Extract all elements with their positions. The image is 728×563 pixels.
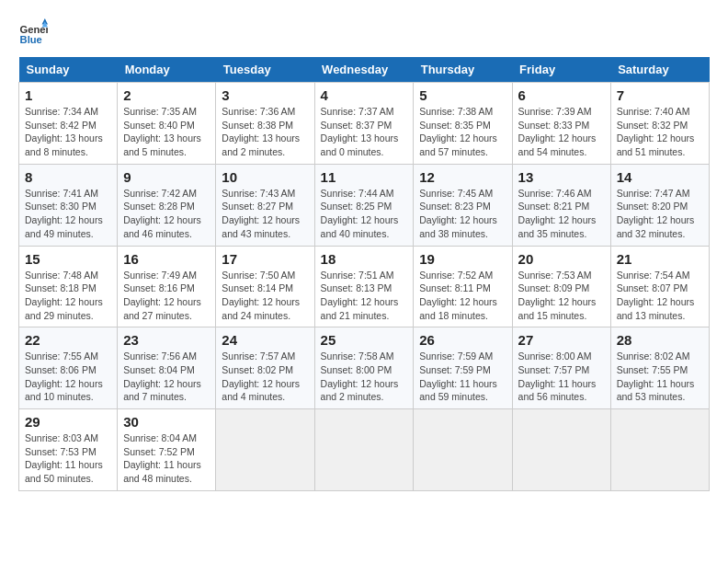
day-info: Sunrise: 7:42 AMSunset: 8:28 PMDaylight:… <box>123 187 210 241</box>
header-cell-sunday: Sunday <box>19 57 118 83</box>
header: General Blue <box>18 18 710 48</box>
day-cell: 25Sunrise: 7:58 AMSunset: 8:00 PMDayligh… <box>314 327 414 409</box>
day-info: Sunrise: 8:04 AMSunset: 7:52 PMDaylight:… <box>123 431 210 486</box>
day-cell <box>512 409 610 491</box>
day-number: 28 <box>617 332 703 348</box>
day-number: 27 <box>518 332 605 348</box>
day-cell: 30Sunrise: 8:04 AMSunset: 7:52 PMDayligh… <box>118 409 216 491</box>
day-cell: 27Sunrise: 8:00 AMSunset: 7:57 PMDayligh… <box>512 327 610 409</box>
day-cell: 17Sunrise: 7:50 AMSunset: 8:14 PMDayligh… <box>216 246 314 327</box>
day-number: 15 <box>25 251 111 267</box>
day-info: Sunrise: 7:52 AMSunset: 8:11 PMDaylight:… <box>419 269 506 323</box>
day-cell: 20Sunrise: 7:53 AMSunset: 8:09 PMDayligh… <box>512 246 610 327</box>
day-info: Sunrise: 7:59 AMSunset: 7:59 PMDaylight:… <box>419 350 506 404</box>
day-info: Sunrise: 7:45 AMSunset: 8:23 PMDaylight:… <box>419 187 506 241</box>
day-number: 14 <box>617 169 703 185</box>
day-info: Sunrise: 7:40 AMSunset: 8:32 PMDaylight:… <box>617 105 703 159</box>
header-cell-tuesday: Tuesday <box>216 57 314 83</box>
day-info: Sunrise: 8:00 AMSunset: 7:57 PMDaylight:… <box>518 350 605 404</box>
day-info: Sunrise: 7:36 AMSunset: 8:38 PMDaylight:… <box>222 105 308 159</box>
day-info: Sunrise: 7:34 AMSunset: 8:42 PMDaylight:… <box>25 105 111 159</box>
day-cell: 23Sunrise: 7:56 AMSunset: 8:04 PMDayligh… <box>118 327 216 409</box>
week-row-1: 1Sunrise: 7:34 AMSunset: 8:42 PMDaylight… <box>19 83 710 165</box>
week-row-5: 29Sunrise: 8:03 AMSunset: 7:53 PMDayligh… <box>19 409 710 491</box>
header-cell-thursday: Thursday <box>414 57 512 83</box>
day-info: Sunrise: 7:39 AMSunset: 8:33 PMDaylight:… <box>518 105 605 159</box>
day-cell: 6Sunrise: 7:39 AMSunset: 8:33 PMDaylight… <box>512 83 610 165</box>
day-cell <box>216 409 314 491</box>
day-number: 5 <box>419 87 506 103</box>
day-cell: 5Sunrise: 7:38 AMSunset: 8:35 PMDaylight… <box>414 83 512 165</box>
day-info: Sunrise: 7:53 AMSunset: 8:09 PMDaylight:… <box>518 269 605 323</box>
day-number: 24 <box>222 332 308 348</box>
day-number: 18 <box>321 251 408 267</box>
day-info: Sunrise: 7:49 AMSunset: 8:16 PMDaylight:… <box>123 269 210 323</box>
header-cell-friday: Friday <box>512 57 610 83</box>
day-number: 17 <box>222 251 308 267</box>
calendar-table: SundayMondayTuesdayWednesdayThursdayFrid… <box>18 57 710 491</box>
day-cell: 24Sunrise: 7:57 AMSunset: 8:02 PMDayligh… <box>216 327 314 409</box>
day-cell: 2Sunrise: 7:35 AMSunset: 8:40 PMDaylight… <box>118 83 216 165</box>
day-info: Sunrise: 8:02 AMSunset: 7:55 PMDaylight:… <box>617 350 703 404</box>
day-cell: 12Sunrise: 7:45 AMSunset: 8:23 PMDayligh… <box>414 164 512 246</box>
day-info: Sunrise: 7:46 AMSunset: 8:21 PMDaylight:… <box>518 187 605 241</box>
day-info: Sunrise: 7:55 AMSunset: 8:06 PMDaylight:… <box>25 350 111 404</box>
day-cell: 14Sunrise: 7:47 AMSunset: 8:20 PMDayligh… <box>610 164 709 246</box>
day-number: 3 <box>222 87 308 103</box>
day-cell: 15Sunrise: 7:48 AMSunset: 8:18 PMDayligh… <box>19 246 118 327</box>
day-number: 4 <box>321 87 408 103</box>
day-cell: 21Sunrise: 7:54 AMSunset: 8:07 PMDayligh… <box>610 246 709 327</box>
day-cell: 1Sunrise: 7:34 AMSunset: 8:42 PMDaylight… <box>19 83 118 165</box>
day-cell: 3Sunrise: 7:36 AMSunset: 8:38 PMDaylight… <box>216 83 314 165</box>
day-number: 23 <box>123 332 210 348</box>
day-cell: 13Sunrise: 7:46 AMSunset: 8:21 PMDayligh… <box>512 164 610 246</box>
day-number: 12 <box>419 169 506 185</box>
day-cell <box>414 409 512 491</box>
day-info: Sunrise: 7:44 AMSunset: 8:25 PMDaylight:… <box>321 187 408 241</box>
day-number: 10 <box>222 169 308 185</box>
day-info: Sunrise: 7:37 AMSunset: 8:37 PMDaylight:… <box>321 105 408 159</box>
day-cell: 9Sunrise: 7:42 AMSunset: 8:28 PMDaylight… <box>118 164 216 246</box>
day-cell: 10Sunrise: 7:43 AMSunset: 8:27 PMDayligh… <box>216 164 314 246</box>
day-number: 29 <box>25 414 111 430</box>
day-number: 22 <box>25 332 111 348</box>
day-number: 26 <box>419 332 506 348</box>
day-number: 2 <box>123 87 210 103</box>
week-row-2: 8Sunrise: 7:41 AMSunset: 8:30 PMDaylight… <box>19 164 710 246</box>
day-number: 8 <box>25 169 111 185</box>
day-number: 7 <box>617 87 703 103</box>
day-cell: 26Sunrise: 7:59 AMSunset: 7:59 PMDayligh… <box>414 327 512 409</box>
day-info: Sunrise: 7:43 AMSunset: 8:27 PMDaylight:… <box>222 187 308 241</box>
day-info: Sunrise: 7:51 AMSunset: 8:13 PMDaylight:… <box>321 269 408 323</box>
week-row-4: 22Sunrise: 7:55 AMSunset: 8:06 PMDayligh… <box>19 327 710 409</box>
day-number: 20 <box>518 251 605 267</box>
header-cell-wednesday: Wednesday <box>314 57 414 83</box>
header-cell-monday: Monday <box>118 57 216 83</box>
day-info: Sunrise: 7:41 AMSunset: 8:30 PMDaylight:… <box>25 187 111 241</box>
day-cell: 28Sunrise: 8:02 AMSunset: 7:55 PMDayligh… <box>610 327 709 409</box>
day-cell: 29Sunrise: 8:03 AMSunset: 7:53 PMDayligh… <box>19 409 118 491</box>
day-info: Sunrise: 7:47 AMSunset: 8:20 PMDaylight:… <box>617 187 703 241</box>
day-cell: 19Sunrise: 7:52 AMSunset: 8:11 PMDayligh… <box>414 246 512 327</box>
day-info: Sunrise: 7:54 AMSunset: 8:07 PMDaylight:… <box>617 269 703 323</box>
day-cell: 4Sunrise: 7:37 AMSunset: 8:37 PMDaylight… <box>314 83 414 165</box>
day-info: Sunrise: 7:38 AMSunset: 8:35 PMDaylight:… <box>419 105 506 159</box>
week-row-3: 15Sunrise: 7:48 AMSunset: 8:18 PMDayligh… <box>19 246 710 327</box>
logo: General Blue <box>18 18 51 48</box>
day-cell: 16Sunrise: 7:49 AMSunset: 8:16 PMDayligh… <box>118 246 216 327</box>
day-info: Sunrise: 7:50 AMSunset: 8:14 PMDaylight:… <box>222 269 308 323</box>
day-number: 16 <box>123 251 210 267</box>
day-number: 25 <box>321 332 408 348</box>
logo-icon: General Blue <box>18 18 48 48</box>
day-number: 13 <box>518 169 605 185</box>
day-cell <box>610 409 709 491</box>
header-cell-saturday: Saturday <box>610 57 709 83</box>
header-row: SundayMondayTuesdayWednesdayThursdayFrid… <box>19 57 710 83</box>
day-cell: 11Sunrise: 7:44 AMSunset: 8:25 PMDayligh… <box>314 164 414 246</box>
day-cell: 8Sunrise: 7:41 AMSunset: 8:30 PMDaylight… <box>19 164 118 246</box>
day-info: Sunrise: 7:58 AMSunset: 8:00 PMDaylight:… <box>321 350 408 404</box>
day-info: Sunrise: 8:03 AMSunset: 7:53 PMDaylight:… <box>25 431 111 486</box>
day-number: 9 <box>123 169 210 185</box>
day-info: Sunrise: 7:56 AMSunset: 8:04 PMDaylight:… <box>123 350 210 404</box>
day-info: Sunrise: 7:57 AMSunset: 8:02 PMDaylight:… <box>222 350 308 404</box>
